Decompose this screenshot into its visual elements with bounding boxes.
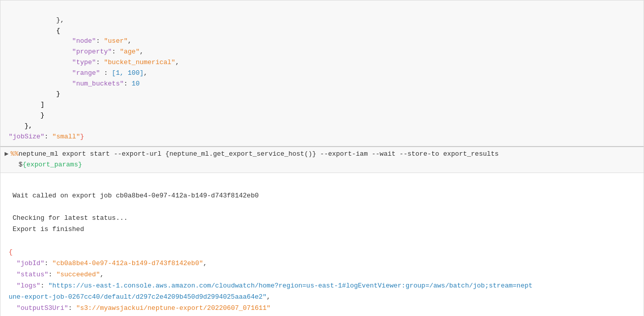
- checking-line: Checking for latest status...: [9, 214, 128, 222]
- logs-line: "logs": "https://us-east-1.console.aws.a…: [9, 282, 533, 301]
- wait-line: Wait called on export job cb0a8be4-0e97-…: [9, 192, 258, 199]
- status-line: "status": "succeeded",: [9, 271, 104, 278]
- top-code-block: }, { "node": "user", "property": "age", …: [0, 0, 644, 146]
- outputs3-line: "outputS3Uri": "s3://myawsjackui/neptune…: [9, 304, 271, 312]
- json-open: {: [9, 248, 13, 256]
- cell-command-row: ▶ %%neptune_ml export start --export-url…: [0, 146, 644, 173]
- line-1: }, { "node": "user", "property": "age", …: [9, 16, 180, 140]
- cell-command-text: %%neptune_ml export start --export-url {…: [11, 149, 499, 170]
- output-block: Wait called on export job cb0a8be4-0e97-…: [0, 173, 644, 316]
- finished-line: Export is finished: [9, 225, 84, 233]
- jobid-line: "jobId": "cb0a8be4-0e97-412a-b149-d743f8…: [9, 260, 207, 267]
- run-indicator: ▶: [5, 149, 9, 160]
